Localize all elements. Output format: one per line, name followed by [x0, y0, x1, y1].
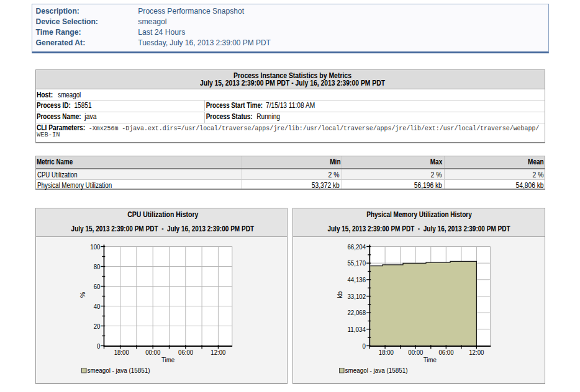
- svg-text:smeagol - java (15851): smeagol - java (15851): [88, 367, 150, 374]
- svg-text:100: 100: [90, 243, 100, 251]
- svg-text:11,034: 11,034: [348, 326, 366, 333]
- svg-text:06:00: 06:00: [438, 349, 453, 356]
- svg-text:Max: Max: [430, 158, 443, 166]
- svg-text:18:00: 18:00: [114, 349, 129, 356]
- svg-text:54,806 kb: 54,806 kb: [516, 181, 544, 190]
- svg-text:Physical Memory Utilization Hi: Physical Memory Utilization History: [366, 210, 472, 219]
- svg-text:Process Performance Snapshot: Process Performance Snapshot: [138, 6, 244, 16]
- svg-text:56,196 kb: 56,196 kb: [414, 181, 442, 190]
- svg-text:Generated At:: Generated At:: [36, 38, 86, 47]
- svg-text:60: 60: [94, 283, 101, 290]
- svg-text:July 15, 2013 2:39:00 PM PDT: July 15, 2013 2:39:00 PM PDT - July 16, …: [71, 225, 255, 233]
- svg-text:java: java: [84, 112, 96, 121]
- svg-text:July 15, 2013 2:39:00 PM PDT: July 15, 2013 2:39:00 PM PDT - July 16, …: [327, 225, 510, 233]
- svg-text:CPU Utilization History: CPU Utilization History: [127, 210, 198, 219]
- svg-text:Process ID:: Process ID:: [37, 101, 71, 110]
- svg-text:Min: Min: [330, 158, 340, 166]
- svg-text:12:00: 12:00: [211, 349, 225, 356]
- svg-text:Metric Name: Metric Name: [37, 158, 73, 166]
- svg-text:%: %: [79, 292, 86, 298]
- svg-text:Tuesday, July 16, 2013 2:39:00: Tuesday, July 16, 2013 2:39:00 PM PDT: [138, 38, 271, 47]
- svg-text:00:00: 00:00: [408, 349, 423, 356]
- svg-text:20: 20: [94, 323, 101, 330]
- svg-text:15851: 15851: [75, 101, 92, 110]
- svg-text:66,204: 66,204: [348, 243, 366, 251]
- svg-text:33,102: 33,102: [348, 293, 366, 300]
- svg-text:2 %: 2 %: [431, 171, 442, 179]
- svg-text:CPU Utilization: CPU Utilization: [37, 171, 78, 179]
- svg-text:July 15, 2013 2:39:00 PM PDT -: July 15, 2013 2:39:00 PM PDT - July 16, …: [200, 79, 386, 87]
- svg-text:06:00: 06:00: [178, 349, 193, 356]
- svg-text:7/15/13 11:08 AM: 7/15/13 11:08 AM: [266, 101, 315, 110]
- svg-text:53,372 kb: 53,372 kb: [312, 181, 340, 190]
- svg-text:Process Name:: Process Name:: [37, 112, 81, 121]
- svg-text:Device Selection:: Device Selection:: [36, 17, 98, 26]
- svg-text:Host:: Host:: [37, 91, 53, 99]
- svg-text:kb: kb: [336, 291, 343, 298]
- svg-text:smeagol: smeagol: [58, 91, 81, 99]
- svg-text:Last 24 Hours: Last 24 Hours: [138, 27, 185, 37]
- svg-text:Physical Memory Utilization: Physical Memory Utilization: [37, 181, 112, 190]
- svg-text:22,068: 22,068: [348, 309, 366, 316]
- svg-text:smeagol - java (15851): smeagol - java (15851): [345, 367, 408, 374]
- svg-text:Process Start Time:: Process Start Time:: [206, 101, 263, 110]
- svg-text:Description:: Description:: [36, 6, 79, 16]
- svg-text:Running: Running: [256, 112, 280, 121]
- svg-text:12:00: 12:00: [469, 349, 484, 356]
- svg-text:44,136: 44,136: [348, 276, 366, 283]
- svg-text:2 %: 2 %: [533, 171, 544, 179]
- svg-text:Time Range:: Time Range:: [36, 27, 81, 37]
- svg-text:Process Status:: Process Status:: [206, 112, 253, 121]
- svg-text:55,170: 55,170: [348, 259, 366, 267]
- svg-text:0: 0: [363, 342, 366, 350]
- svg-text:Mean: Mean: [528, 158, 544, 166]
- svg-text:2 %: 2 %: [329, 171, 340, 179]
- svg-text:40: 40: [94, 303, 101, 310]
- svg-text:80: 80: [94, 263, 101, 270]
- svg-text:18:00: 18:00: [379, 349, 394, 356]
- svg-text:CLI Parameters:: CLI Parameters:: [37, 123, 85, 132]
- svg-text:smeagol: smeagol: [138, 17, 166, 26]
- svg-text:Time: Time: [424, 356, 437, 363]
- svg-text:0: 0: [97, 342, 101, 350]
- svg-text:Time: Time: [161, 356, 174, 363]
- svg-text:WEB-IN: WEB-IN: [37, 131, 60, 138]
- svg-text:00:00: 00:00: [145, 349, 160, 356]
- svg-text:-Xmx256m -Djava.ext.dirs=/usr/: -Xmx256m -Djava.ext.dirs=/usr/local/trav…: [89, 125, 540, 132]
